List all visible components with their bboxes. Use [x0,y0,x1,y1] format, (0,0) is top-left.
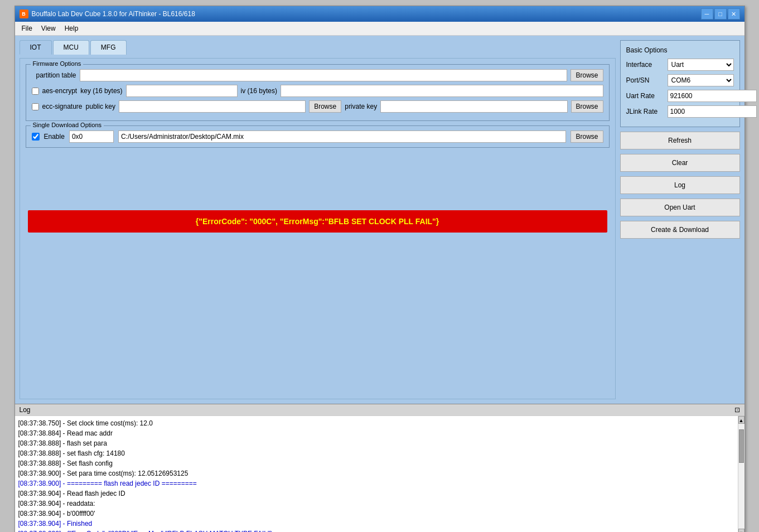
aes-encrypt-label: aes-encrypt [42,87,78,95]
open-uart-button[interactable]: Open Uart [620,199,740,216]
address-input[interactable] [69,130,114,143]
log-title: Log [20,406,31,414]
enable-row: Enable Browse [32,130,603,143]
port-select[interactable]: COM6 COM1 COM2 [668,74,734,86]
tab-iot[interactable]: IOT [20,40,52,55]
jlink-rate-row: JLink Rate [626,105,734,118]
scroll-track [738,424,745,529]
title-bar-buttons: ─ □ ✕ [701,8,740,20]
port-row: Port/SN COM6 COM1 COM2 [626,74,734,86]
private-key-input[interactable] [380,100,567,113]
partition-table-row: partition table Browse [32,69,603,81]
key-label: key (16 bytes) [80,87,122,95]
interface-select[interactable]: Uart JLink OpenOCD [668,59,734,71]
error-banner: {"ErrorCode": "000C", "ErrorMsg":"BFLB S… [28,210,607,233]
log-content: [08:37:38.750] - Set clock time cost(ms)… [15,416,738,532]
log-line: [08:37:38.904] - Read flash jedec ID [18,489,734,499]
partition-browse-button[interactable]: Browse [571,69,603,81]
public-key-input[interactable] [119,100,306,113]
iv-label: iv (16 bytes) [241,87,277,95]
menu-view[interactable]: View [37,23,60,34]
create-download-button[interactable]: Create & Download [620,221,740,239]
log-line: [08:37:38.888] - Set flash config [18,458,734,468]
enable-label: Enable [44,133,65,141]
ecc-signature-checkbox[interactable] [32,103,39,110]
uart-rate-label: Uart Rate [626,92,665,100]
log-line: [08:37:38.900] - ========= flash read je… [18,478,734,489]
tab-content: Firmware Options partition table Browse [20,58,616,399]
jlink-rate-label: JLink Rate [626,108,665,115]
menu-file[interactable]: File [17,23,37,34]
clear-button[interactable]: Clear [620,154,740,172]
key-input[interactable] [126,85,238,97]
interface-row: Interface Uart JLink OpenOCD [626,59,734,71]
app-icon: B [20,9,28,18]
firmware-options-title: Firmware Options [31,60,84,67]
main-wrapper: IOT MCU MFG Firmware Options partition t… [15,36,745,532]
main-window: B Bouffalo Lab Dev Cube 1.8.0 for AiThin… [14,6,745,532]
log-line: [08:37:38.750] - Set clock time cost(ms)… [18,418,734,428]
iv-input[interactable] [281,85,603,97]
ecc-signature-label: ecc-signature [42,103,83,110]
log-button[interactable]: Log [620,176,740,194]
private-key-browse-button[interactable]: Browse [571,100,603,113]
partition-table-input[interactable] [80,69,568,81]
title-bar-left: B Bouffalo Lab Dev Cube 1.8.0 for AiThin… [20,9,195,18]
log-line: [08:37:38.904] - Finished [18,519,734,529]
refresh-button[interactable]: Refresh [620,132,740,149]
basic-options-title: Basic Options [626,46,734,54]
public-key-label: public key [86,103,115,110]
tab-mcu[interactable]: MCU [53,40,89,55]
maximize-button[interactable]: □ [714,8,727,20]
single-download-group: Single Download Options Enable Browse [26,125,610,148]
menu-help[interactable]: Help [60,23,83,34]
minimize-button[interactable]: ─ [701,8,713,20]
tabs: IOT MCU MFG [20,40,616,55]
ecc-signature-row: ecc-signature public key Browse private … [32,100,603,113]
uart-rate-row: Uart Rate [626,90,734,102]
file-path-input[interactable] [118,130,567,143]
uart-rate-input[interactable] [668,90,757,102]
scroll-up-button[interactable]: ▲ [738,416,745,424]
private-key-label: private key [345,103,377,110]
port-label: Port/SN [626,76,665,84]
log-line: [08:37:38.904] - readdata: [18,499,734,509]
tab-mfg[interactable]: MFG [90,40,127,55]
aes-encrypt-row: aes-encrypt key (16 bytes) iv (16 bytes) [32,85,603,97]
aes-encrypt-checkbox[interactable] [32,88,39,95]
log-maximize-icon[interactable]: ⊡ [734,406,740,414]
jlink-rate-input[interactable] [668,105,757,118]
main-content: IOT MCU MFG Firmware Options partition t… [15,36,745,404]
log-line: [08:37:38.900] - Set para time cost(ms):… [18,468,734,478]
interface-label: Interface [626,61,665,69]
log-line: [08:37:38.884] - Read mac addr [18,428,734,438]
log-line: [08:37:38.920] - {"ErrorCode": "003D","E… [18,529,734,532]
right-panel: Basic Options Interface Uart JLink OpenO… [620,40,740,399]
log-scrollbar[interactable]: ▲ ▼ [738,416,745,532]
window-title: Bouffalo Lab Dev Cube 1.8.0 for AiThinke… [32,10,195,18]
log-line: [08:37:38.904] - b'00ffff00' [18,509,734,519]
basic-options-group: Basic Options Interface Uart JLink OpenO… [620,40,740,127]
partition-table-label: partition table [32,71,76,79]
close-button[interactable]: ✕ [728,8,740,20]
single-download-browse-button[interactable]: Browse [571,130,603,143]
menu-bar: File View Help [15,22,745,36]
spacer [26,152,610,208]
enable-checkbox[interactable] [32,133,40,141]
scroll-down-button[interactable]: ▼ [738,529,745,532]
log-header: Log ⊡ [15,404,745,416]
left-panel: IOT MCU MFG Firmware Options partition t… [20,40,616,399]
log-line: [08:37:38.888] - flash set para [18,438,734,448]
scroll-thumb[interactable] [739,429,744,463]
single-download-title: Single Download Options [31,122,104,128]
log-line: [08:37:38.888] - set flash cfg: 14180 [18,448,734,458]
title-bar: B Bouffalo Lab Dev Cube 1.8.0 for AiThin… [15,6,745,22]
firmware-options-group: Firmware Options partition table Browse [26,64,610,121]
public-key-browse-button[interactable]: Browse [309,100,341,113]
log-section: Log ⊡ [08:37:38.750] - Set clock time co… [15,404,745,532]
